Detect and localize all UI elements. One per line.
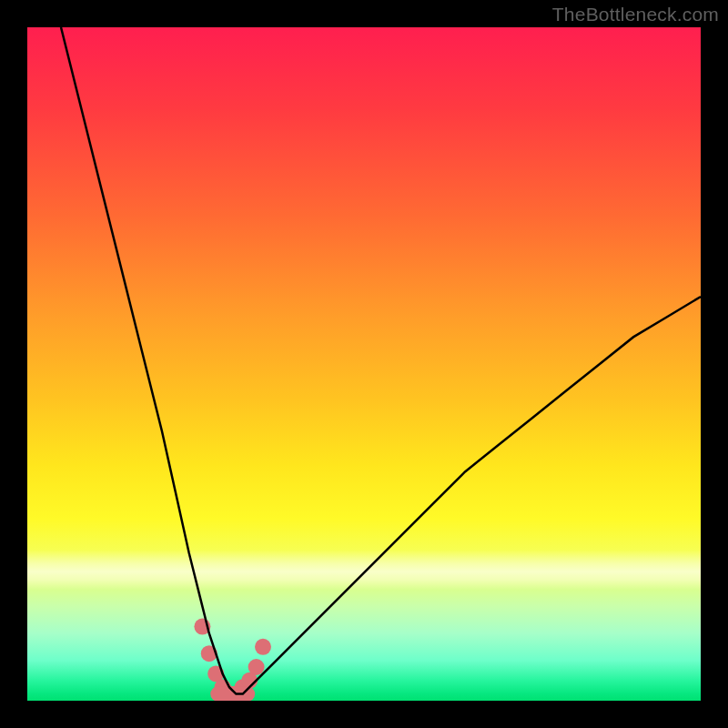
chart-frame: TheBottleneck.com (0, 0, 728, 728)
optimal-marker (255, 639, 271, 655)
optimal-range-markers (194, 619, 271, 701)
plot-area (27, 27, 701, 701)
bottleneck-curve (61, 27, 701, 694)
curve-layer (27, 27, 701, 701)
watermark-text: TheBottleneck.com (552, 4, 719, 25)
optimal-marker (248, 659, 265, 675)
